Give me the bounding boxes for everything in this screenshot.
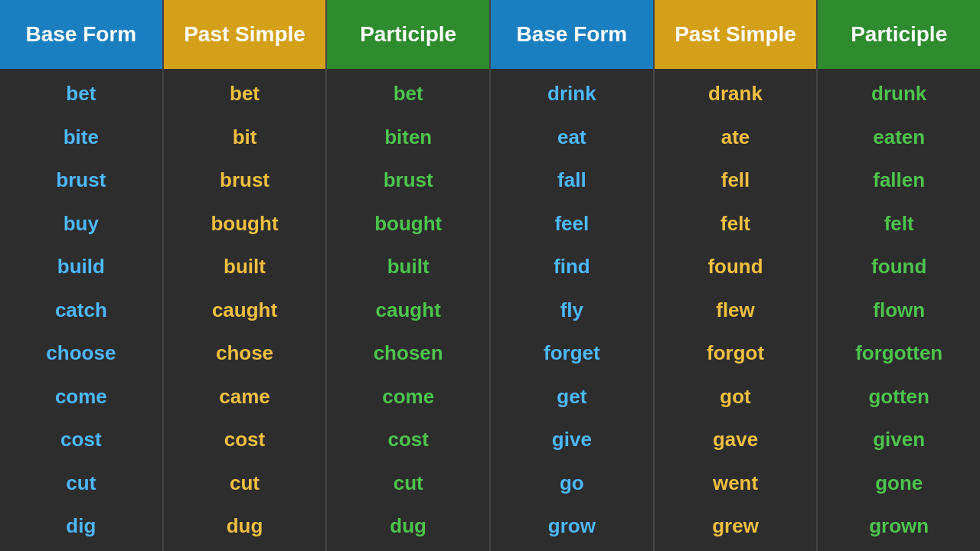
word-5-10: grown	[818, 504, 980, 548]
word-2-6: chosen	[327, 331, 489, 375]
verb-table: Base Formbetbitebrustbuybuildcatchchoose…	[0, 0, 980, 551]
word-5-2: fallen	[818, 158, 980, 202]
column-4: Past Simpledrankatefellfeltfoundflewforg…	[655, 0, 818, 551]
word-3-9: go	[491, 461, 653, 505]
word-5-9: gone	[818, 461, 980, 505]
word-4-5: flew	[655, 289, 817, 332]
word-4-0: drank	[655, 72, 817, 116]
word-5-6: forgotten	[818, 331, 980, 375]
word-5-4: found	[818, 245, 980, 289]
col-body-1: betbitbrustboughtbuiltcaughtchosecamecos…	[164, 69, 326, 551]
word-3-10: grow	[491, 504, 653, 548]
word-4-1: ate	[655, 116, 817, 159]
word-4-8: gave	[655, 418, 817, 461]
word-3-4: find	[491, 245, 653, 289]
word-1-5: caught	[164, 289, 326, 332]
word-2-0: bet	[327, 72, 489, 116]
column-0: Base Formbetbitebrustbuybuildcatchchoose…	[0, 0, 164, 551]
word-0-1: bite	[0, 116, 162, 159]
header-5: Participle	[818, 0, 980, 69]
word-5-3: felt	[818, 202, 980, 246]
word-2-2: brust	[327, 158, 489, 202]
word-5-0: drunk	[818, 72, 980, 116]
word-2-3: bought	[327, 202, 489, 246]
word-5-1: eaten	[818, 116, 980, 159]
word-4-10: grew	[655, 504, 817, 548]
word-3-2: fall	[491, 158, 653, 202]
word-1-9: cut	[164, 461, 326, 505]
word-3-0: drink	[491, 72, 653, 116]
word-3-5: fly	[491, 289, 653, 332]
word-2-4: built	[327, 245, 489, 289]
col-body-5: drunkeatenfallenfeltfoundflownforgotteng…	[818, 69, 980, 551]
word-0-6: choose	[0, 331, 162, 375]
word-0-9: cut	[0, 461, 162, 505]
word-0-4: build	[0, 245, 162, 289]
word-5-5: flown	[818, 289, 980, 332]
word-2-8: cost	[327, 418, 489, 461]
word-4-3: felt	[655, 202, 817, 246]
word-0-7: come	[0, 375, 162, 419]
header-2: Participle	[327, 0, 489, 69]
word-3-1: eat	[491, 116, 653, 159]
word-5-8: given	[818, 418, 980, 461]
word-0-3: buy	[0, 202, 162, 246]
header-0: Base Form	[0, 0, 162, 69]
word-1-7: came	[164, 375, 326, 419]
word-4-6: forgot	[655, 331, 817, 375]
word-4-9: went	[655, 461, 817, 505]
column-2: Participlebetbitenbrustboughtbuiltcaught…	[327, 0, 491, 551]
word-1-8: cost	[164, 418, 326, 461]
word-0-10: dig	[0, 504, 162, 548]
word-5-7: gotten	[818, 375, 980, 419]
header-3: Base Form	[491, 0, 653, 69]
word-0-0: bet	[0, 72, 162, 116]
word-1-4: built	[164, 245, 326, 289]
word-2-5: caught	[327, 289, 489, 332]
word-3-3: feel	[491, 202, 653, 246]
word-0-5: catch	[0, 289, 162, 332]
word-3-8: give	[491, 418, 653, 461]
col-body-2: betbitenbrustboughtbuiltcaughtchosencome…	[327, 69, 489, 551]
word-1-0: bet	[164, 72, 326, 116]
header-4: Past Simple	[655, 0, 817, 69]
word-2-9: cut	[327, 461, 489, 505]
word-3-6: forget	[491, 331, 653, 375]
word-1-1: bit	[164, 116, 326, 159]
word-0-2: brust	[0, 158, 162, 202]
header-1: Past Simple	[164, 0, 326, 69]
col-body-0: betbitebrustbuybuildcatchchoosecomecostc…	[0, 69, 162, 551]
word-4-2: fell	[655, 158, 817, 202]
column-5: Participledrunkeatenfallenfeltfoundflown…	[818, 0, 980, 551]
word-1-3: bought	[164, 202, 326, 246]
word-1-10: dug	[164, 504, 326, 548]
word-1-6: chose	[164, 331, 326, 375]
column-3: Base Formdrinkeatfallfeelfindflyforgetge…	[491, 0, 655, 551]
word-0-8: cost	[0, 418, 162, 461]
col-body-4: drankatefellfeltfoundflewforgotgotgavewe…	[655, 69, 817, 551]
word-2-7: come	[327, 375, 489, 419]
word-3-7: get	[491, 375, 653, 419]
col-body-3: drinkeatfallfeelfindflyforgetgetgivegogr…	[491, 69, 653, 551]
word-1-2: brust	[164, 158, 326, 202]
word-4-4: found	[655, 245, 817, 289]
word-2-10: dug	[327, 504, 489, 548]
word-2-1: biten	[327, 116, 489, 159]
column-1: Past Simplebetbitbrustboughtbuiltcaughtc…	[164, 0, 328, 551]
word-4-7: got	[655, 375, 817, 419]
